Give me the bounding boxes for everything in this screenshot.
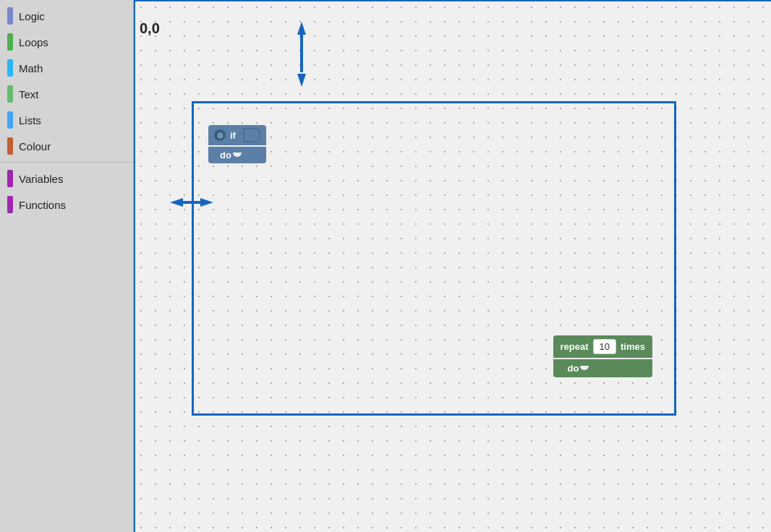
repeat-do-notch — [579, 366, 590, 372]
gear-icon: ⚙ — [214, 129, 226, 141]
repeat-do-label: do — [568, 363, 579, 374]
times-label: times — [621, 341, 645, 352]
if-puzzle-notch — [243, 128, 260, 142]
text-color-bar — [7, 85, 13, 103]
sidebar-item-math[interactable]: Math — [0, 55, 133, 81]
sidebar-item-lists[interactable]: Lists — [0, 107, 133, 133]
axis-line-vertical — [134, 0, 135, 532]
sidebar-label-functions: Functions — [19, 199, 66, 211]
coord-label: 0,0 — [140, 20, 160, 37]
svg-rect-4 — [183, 201, 200, 204]
axis-line-horizontal — [134, 0, 771, 1]
sidebar-item-text[interactable]: Text — [0, 81, 133, 107]
sidebar-label-math: Math — [19, 62, 43, 74]
variables-color-bar — [7, 170, 13, 187]
horizontal-arrow-svg — [170, 194, 213, 211]
sidebar: Logic Loops Math Text Lists Colour Varia… — [0, 0, 134, 532]
sidebar-label-logic: Logic — [19, 10, 45, 22]
sidebar-label-variables: Variables — [19, 173, 63, 185]
sidebar-item-variables[interactable]: Variables — [0, 166, 133, 192]
sidebar-label-text: Text — [19, 88, 39, 100]
sidebar-item-loops[interactable]: Loops — [0, 29, 133, 55]
if-do-notch — [231, 153, 243, 158]
logic-color-bar — [7, 7, 13, 25]
math-color-bar — [7, 59, 13, 77]
svg-rect-1 — [300, 35, 303, 72]
do-label: do — [220, 150, 231, 160]
if-block[interactable]: ⚙ if do — [208, 125, 266, 163]
sidebar-item-logic[interactable]: Logic — [0, 3, 133, 29]
loops-color-bar — [7, 33, 13, 51]
repeat-count-input[interactable]: 10 — [593, 339, 616, 354]
horizontal-resize-arrow[interactable] — [170, 194, 213, 211]
svg-marker-0 — [297, 22, 306, 35]
sidebar-item-colour[interactable]: Colour — [0, 133, 133, 159]
repeat-label: repeat — [561, 341, 589, 352]
sidebar-label-lists: Lists — [19, 114, 41, 126]
repeat-block[interactable]: repeat 10 times do — [553, 335, 652, 377]
sidebar-item-functions[interactable]: Functions — [0, 192, 133, 218]
colour-color-bar — [7, 137, 13, 155]
vertical-arrow-svg — [293, 22, 310, 87]
workspace: 0,0 ⚙ if — [134, 0, 771, 532]
svg-marker-3 — [170, 198, 183, 207]
lists-color-bar — [7, 111, 13, 129]
if-label: if — [230, 130, 236, 141]
svg-marker-2 — [297, 74, 306, 87]
canvas-box: ⚙ if do repeat 10 times do — [192, 101, 676, 416]
sidebar-label-colour: Colour — [19, 140, 51, 153]
sidebar-divider — [0, 162, 133, 163]
vertical-resize-arrow[interactable] — [293, 22, 310, 87]
sidebar-label-loops: Loops — [19, 36, 48, 48]
functions-color-bar — [7, 196, 13, 213]
svg-marker-5 — [200, 198, 213, 207]
